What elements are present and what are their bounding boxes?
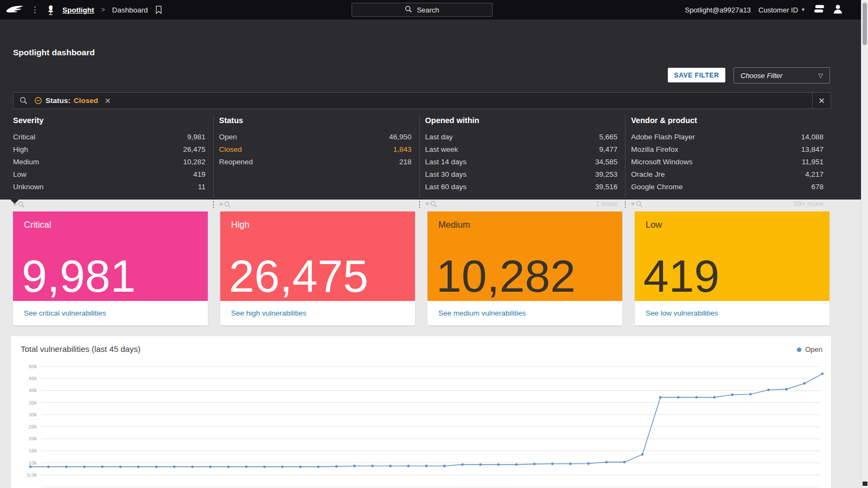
page-scrollbar[interactable] [861,0,868,488]
filter-bar[interactable]: Status: Closed ✕ ✕ [13,92,831,109]
facet-column-vendor-product: Vendor & productAdobe Flash Player14,088… [625,115,831,208]
facet-item-count: 1,843 [393,143,412,156]
facet-item-adobe-flash-player[interactable]: Adobe Flash Player14,088 [631,131,824,143]
facet-item-open[interactable]: Open46,950 [219,131,412,143]
data-point [803,382,806,385]
app-menu-icon[interactable]: ⋮ [31,7,39,12]
facet-item-high[interactable]: High26,475 [13,143,206,156]
facet-columns: SeverityCritical9,981High26,475Medium10,… [13,115,831,208]
customer-id-label: Customer ID [758,6,798,14]
facet-item-last-60-days[interactable]: Last 60 days39,516 [425,181,618,193]
filter-search-icon [20,97,28,105]
card-see-link[interactable]: See high vulnerabilities [231,309,307,317]
card-value: 9,981 [22,253,136,299]
facet-item-last-day[interactable]: Last day5,665 [425,131,618,143]
data-point [731,394,734,396]
facet-more-label[interactable]: 99+ more [794,200,824,208]
spotlight-app-icon[interactable] [46,5,55,15]
add-facet-filter-icon[interactable] [631,200,643,208]
data-point [155,465,158,468]
facet-item-microsoft-windows[interactable]: Microsoft Windows11,951 [631,156,824,168]
data-point [533,463,536,466]
facet-item-label: Mozilla Firefox [631,143,678,156]
y-tick-label: 30k [29,412,37,418]
facet-item-count: 9,981 [187,131,206,143]
facet-item-google-chrome[interactable]: Google Chrome678 [631,181,824,193]
customer-id-menu[interactable]: Customer ID ▼ [758,6,806,14]
data-point [551,463,554,465]
y-tick-label: 20k [29,435,37,441]
clear-all-filters-button[interactable]: ✕ [812,93,831,108]
save-filter-button[interactable]: SAVE FILTER [668,68,725,82]
facet-item-last-week[interactable]: Last week9,477 [425,143,618,156]
add-facet-filter-icon[interactable] [219,201,231,208]
dashboard-header-panel: Spotlight dashboard SAVE FILTER Choose F… [0,20,868,200]
data-point [137,465,140,468]
card-see-link[interactable]: See critical vulnerabilities [24,309,106,317]
facet-item-mozilla-firefox[interactable]: Mozilla Firefox13,847 [631,143,824,156]
bookmark-icon[interactable] [155,5,162,14]
data-point [713,396,716,399]
facet-item-critical[interactable]: Critical9,981 [13,131,206,143]
filter-chip-field: Status: [46,97,71,105]
user-profile-icon[interactable] [833,4,843,16]
data-point [497,463,500,466]
breadcrumb-product-link[interactable]: Spotlight [62,6,94,14]
facet-item-label: Last 60 days [425,181,467,193]
facet-item-oracle-jre[interactable]: Oracle Jre4,217 [631,168,824,181]
breadcrumb: ⋮ Spotlight > Dashboard [0,4,162,15]
filter-chip-value: Closed [74,97,98,105]
breadcrumb-current: Dashboard [112,6,148,14]
card-label: High [231,220,250,230]
facet-column-status: StatusOpen46,950Closed1,843Reopened218 [213,115,419,208]
add-facet-filter-icon[interactable] [425,200,437,208]
y-tick-label: 50k [29,363,37,369]
card-footer: See medium vulnerabilities [427,301,622,325]
facet-item-label: Microsoft Windows [631,156,692,168]
filter-chip-status-closed[interactable]: Status: Closed ✕ [34,97,111,105]
notifications-icon[interactable] [813,4,825,16]
remove-filter-icon[interactable]: ✕ [105,97,111,105]
choose-filter-dropdown[interactable]: Choose Filter ▽ [733,67,830,84]
falcon-logo-icon[interactable] [5,4,24,15]
facet-item-count: 14,088 [801,131,824,143]
data-point [749,393,752,396]
facet-item-count: 5,665 [599,131,617,143]
y-tick-label: 10k [29,460,37,466]
data-point [677,396,680,399]
data-point [461,463,464,466]
data-point [299,465,302,468]
facet-item-last-14-days[interactable]: Last 14 days34,585 [425,156,618,168]
facet-item-unknown[interactable]: Unknown11 [13,181,206,193]
facet-item-label: Last 30 days [425,168,467,181]
data-point [353,465,356,467]
search-placeholder: Search [417,6,439,14]
data-point [47,465,50,468]
facet-item-medium[interactable]: Medium10,282 [13,156,206,168]
breadcrumb-separator-icon: > [101,6,105,14]
facet-item-low[interactable]: Low419 [13,168,206,181]
card-value: 10,282 [436,253,576,299]
facet-item-count: 678 [811,181,824,193]
facet-item-reopened[interactable]: Reopened218 [219,156,412,168]
facet-item-label: Critical [13,131,35,143]
facet-item-count: 39,253 [595,168,617,181]
card-see-link[interactable]: See medium vulnerabilities [438,309,526,317]
severity-cards-row: Critical9,981See critical vulnerabilitie… [13,211,829,325]
scrollbar-thumb[interactable] [863,3,867,45]
facet-item-closed[interactable]: Closed1,843 [219,143,412,156]
facet-item-label: Unknown [13,181,43,193]
data-point [767,389,770,391]
facet-item-count: 26,475 [183,143,205,156]
data-point [65,465,68,468]
global-search-input[interactable]: Search [352,3,493,17]
search-icon [405,5,412,15]
facet-more-label[interactable]: 1 more [596,200,617,208]
legend-label: Open [805,345,822,354]
card-footer: See critical vulnerabilities [13,301,208,325]
data-point [515,463,518,466]
data-point [623,461,626,464]
card-see-link[interactable]: See low vulnerabilities [646,309,718,317]
facet-item-last-30-days[interactable]: Last 30 days39,253 [425,168,618,181]
card-color-block: High26,475 [220,211,415,301]
